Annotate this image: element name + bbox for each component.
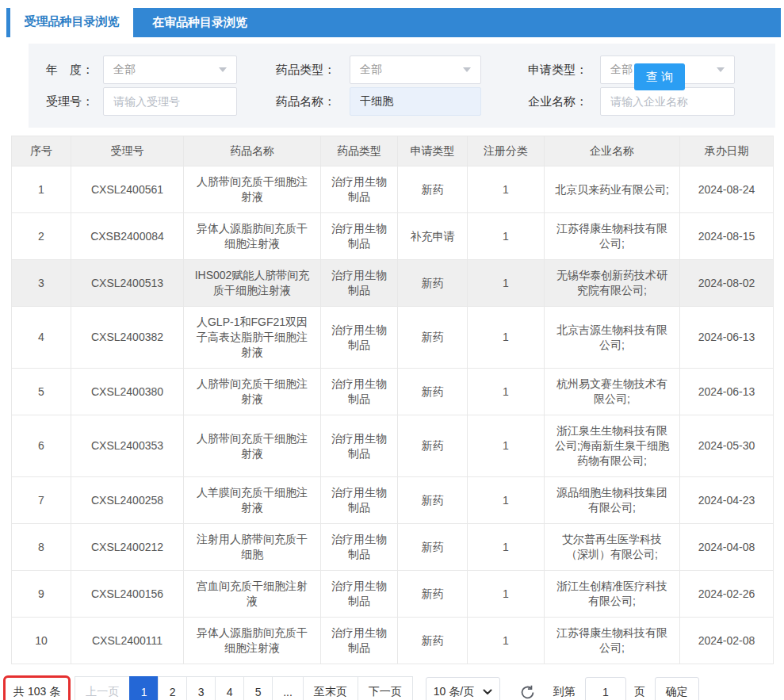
goto-page-input[interactable] [585, 677, 626, 700]
acceptance-no-input[interactable] [103, 87, 237, 116]
table-cell: 治疗用生物制品 [321, 618, 398, 664]
table-row: 3CXSL2400513IHS002赋能人脐带间充质干细胞注射液治疗用生物制品新… [12, 260, 774, 307]
table-cell: IHS002赋能人脐带间充质干细胞注射液 [184, 260, 321, 307]
table-cell: 治疗用生物制品 [321, 415, 398, 477]
table-cell: 2024-06-13 [680, 307, 774, 369]
chevron-down-icon [219, 67, 227, 72]
page-button-4[interactable]: 4 [215, 676, 244, 700]
acceptance-no-label: 受理号： [41, 94, 94, 109]
page-size-value: 10 条/页 [434, 685, 474, 699]
table-cell: 2024-04-08 [680, 524, 774, 571]
more-pages-button[interactable]: ... [272, 676, 304, 700]
table-cell: 5 [12, 369, 71, 415]
table-cell: 1 [468, 618, 545, 664]
table-row: 1CXSL2400561人脐带间充质干细胞注射液治疗用生物制品新药1北京贝来药业… [12, 166, 774, 213]
pagination-bar: 共 103 条 上一页 12345 ... 至末页 下一页 10 条/页 到第 … [3, 675, 784, 700]
table-cell: 9 [12, 571, 71, 618]
table-cell: 1 [468, 307, 545, 369]
tab-in-review-catalog[interactable]: 在审品种目录浏览 [133, 8, 266, 37]
results-table: 序号受理号药品名称药品类型申请类型注册分类企业名称承办日期 1CXSL24005… [11, 136, 774, 664]
table-cell: 人脐带间充质干细胞注射液 [184, 369, 321, 415]
table-cell: 异体人源脂肪间充质干细胞注射液 [184, 618, 321, 664]
table-cell: 2024-02-08 [680, 618, 774, 664]
page-button-2[interactable]: 2 [158, 676, 187, 700]
table-cell: 补充申请 [398, 213, 468, 260]
year-select[interactable]: 全部 [103, 55, 237, 84]
table-row: 5CXSL2400380人脐带间充质干细胞注射液治疗用生物制品新药1杭州易文赛生… [12, 369, 774, 415]
chevron-down-icon [717, 67, 725, 72]
table-cell: 新药 [398, 307, 468, 369]
table-cell: 6 [12, 415, 71, 477]
page-button-3[interactable]: 3 [186, 676, 216, 700]
year-select-value: 全部 [113, 63, 136, 77]
table-cell: 北京吉源生物科技有限公司; [545, 307, 680, 369]
table-row: 9CXSL2400156宫血间充质干细胞注射液治疗用生物制品新药1浙江生创精准医… [12, 571, 774, 618]
table-cell: CXSL2400111 [71, 618, 184, 664]
confirm-button[interactable]: 确定 [655, 677, 699, 700]
table-cell: 治疗用生物制品 [321, 477, 398, 524]
column-header: 受理号 [71, 136, 184, 166]
tab-accepted-label: 受理品种目录浏览 [25, 14, 120, 29]
table-cell: 2 [12, 213, 71, 260]
column-header: 序号 [12, 136, 71, 166]
refresh-icon[interactable] [519, 684, 536, 700]
table-cell: 新药 [398, 369, 468, 415]
table-cell: 人脐带间充质干细胞注射液 [184, 415, 321, 477]
drug-type-select[interactable]: 全部 [350, 55, 481, 84]
chevron-down-icon [483, 689, 492, 695]
table-cell: 2024-06-13 [680, 369, 774, 415]
table-cell: 人羊膜间充质干细胞注射液 [184, 477, 321, 524]
search-button[interactable]: 查询 [634, 63, 685, 90]
total-count: 共 103 条 [13, 685, 60, 698]
table-cell: 源品细胞生物科技集团有限公司; [545, 477, 680, 524]
table-cell: 新药 [398, 415, 468, 477]
prev-page-button[interactable]: 上一页 [75, 676, 130, 700]
company-label: 企业名称： [526, 94, 587, 109]
table-cell: 江苏得康生物科技有限公司; [545, 213, 680, 260]
table-row: 2CXSB2400084异体人源脂肪间充质干细胞注射液治疗用生物制品补充申请1江… [12, 213, 774, 260]
table-cell: 1 [468, 166, 545, 213]
table-cell: 治疗用生物制品 [321, 524, 398, 571]
table-cell: 1 [468, 524, 545, 571]
page-button-5[interactable]: 5 [243, 676, 273, 700]
table-cell: CXSL2400156 [71, 571, 184, 618]
column-header: 申请类型 [398, 136, 468, 166]
table-cell: 1 [468, 213, 545, 260]
column-header: 药品类型 [321, 136, 398, 166]
table-cell: 治疗用生物制品 [321, 307, 398, 369]
table-cell: 2024-02-26 [680, 571, 774, 618]
table-cell: 2024-08-02 [680, 260, 774, 307]
table-cell: 2024-04-23 [680, 477, 774, 524]
table-cell: 新药 [398, 477, 468, 524]
table-cell: 1 [468, 260, 545, 307]
table-cell: CXSL2400380 [71, 369, 184, 415]
table-cell: 治疗用生物制品 [321, 166, 398, 213]
tab-accepted-catalog[interactable]: 受理品种目录浏览 [10, 6, 133, 37]
table-cell: CXSL2400212 [71, 524, 184, 571]
drug-name-input[interactable] [350, 87, 481, 116]
page-button-1[interactable]: 1 [129, 676, 159, 700]
column-header: 承办日期 [680, 136, 774, 166]
table-cell: 新药 [398, 260, 468, 307]
table-cell: 浙江泉生生物科技有限公司;海南新生泉干细胞药物有限公司; [545, 415, 680, 477]
last-page-button[interactable]: 至末页 [303, 676, 358, 700]
table-body: 1CXSL2400561人脐带间充质干细胞注射液治疗用生物制品新药1北京贝来药业… [12, 166, 774, 664]
table-cell: 1 [12, 166, 71, 213]
company-input[interactable] [600, 87, 735, 116]
page-size-select[interactable]: 10 条/页 [426, 677, 500, 700]
table-cell: 治疗用生物制品 [321, 213, 398, 260]
table-cell: CXSL2400561 [71, 166, 184, 213]
column-header: 注册分类 [468, 136, 545, 166]
next-page-button[interactable]: 下一页 [358, 676, 413, 700]
table-cell: 浙江生创精准医疗科技有限公司; [545, 571, 680, 618]
table-cell: 注射用人脐带间充质干细胞 [184, 524, 321, 571]
table-cell: CXSB2400084 [71, 213, 184, 260]
table-row: 4CXSL2400382人GLP-1和FGF21双因子高表达脂肪干细胞注射液治疗… [12, 307, 774, 369]
table-cell: 10 [12, 618, 71, 664]
table-row: 10CXSL2400111异体人源脂肪间充质干细胞注射液治疗用生物制品新药1江苏… [12, 618, 774, 664]
table-cell: 4 [12, 307, 71, 369]
table-cell: 治疗用生物制品 [321, 260, 398, 307]
table-cell: 新药 [398, 166, 468, 213]
table-cell: 1 [468, 369, 545, 415]
table-cell: 艾尔普再生医学科技（深圳）有限公司; [545, 524, 680, 571]
